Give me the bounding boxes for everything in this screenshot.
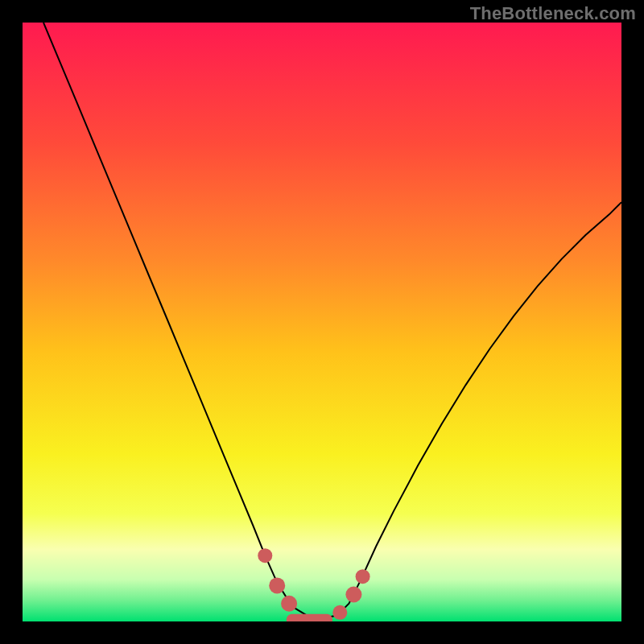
svg-point-5 [356,569,370,584]
svg-point-1 [269,577,285,593]
gradient-background [23,23,621,621]
chart-svg [23,23,621,621]
svg-point-0 [258,548,272,563]
svg-point-4 [345,587,361,603]
chart-outer-frame: TheBottleneck.com [0,0,644,644]
watermark-text: TheBottleneck.com [470,3,636,24]
svg-point-3 [332,605,347,620]
svg-point-2 [281,596,297,612]
plot-area [23,23,621,621]
